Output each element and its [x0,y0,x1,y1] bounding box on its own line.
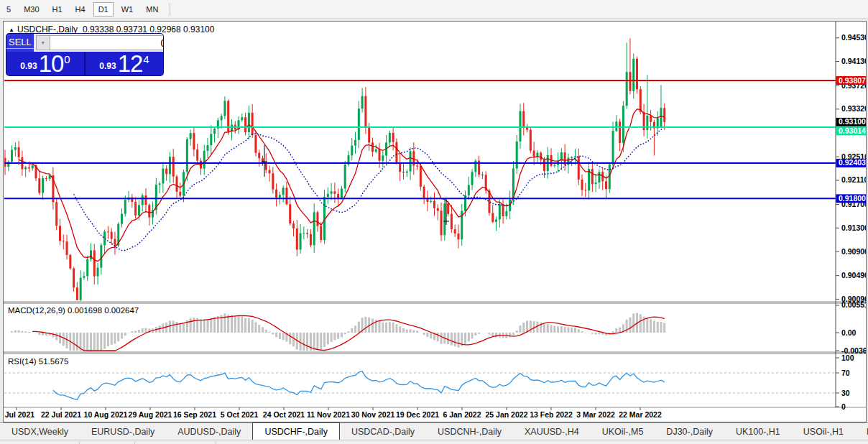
rsi-indicator-label: RSI(14) 51.5675 [8,357,68,366]
one-click-trade-panel: SELL ▼ ▲ BUY 0.93 10 0 0.93 [6,34,163,75]
status-divider [216,441,216,444]
sell-price-prefix: 0.93 [20,61,37,71]
timeframe-button-h4[interactable]: H4 [70,2,91,17]
volume-decrease-button[interactable]: ▼ [36,35,50,50]
rsi-line [53,371,665,400]
svg-text:24 Oct 2021: 24 Oct 2021 [263,410,305,419]
chart-window: 0.945300.941300.937200.933200.929200.925… [3,21,867,422]
svg-text:0: 0 [841,402,846,411]
svg-text:10 Aug 2021: 10 Aug 2021 [84,410,128,419]
status-strip [0,440,868,444]
macd-indicator-label: MACD(12,26,9) 0.001698 0.002647 [8,306,139,315]
svg-text:30: 30 [841,389,850,397]
tab-hk50-h1[interactable]: HK50-,H1 [855,423,868,440]
svg-text:0.93100: 0.93100 [839,117,866,126]
toolbar-divider [170,3,170,16]
timeframe-button-h1[interactable]: H1 [47,2,68,17]
svg-text:0.93807: 0.93807 [839,76,866,85]
svg-text:0.00: 0.00 [841,328,857,337]
svg-text:0.91800: 0.91800 [839,194,866,203]
ma-fast-line [19,109,665,262]
svg-text:0.90900: 0.90900 [841,247,866,256]
svg-text:0.92110: 0.92110 [841,175,866,184]
svg-text:5 Oct 2021: 5 Oct 2021 [221,410,259,419]
svg-text:0.94130: 0.94130 [841,57,866,65]
svg-text:11 Nov 2021: 11 Nov 2021 [307,410,350,419]
timeframe-button-d1[interactable]: D1 [93,2,114,17]
svg-text:19 Dec 2021: 19 Dec 2021 [396,410,439,419]
chart-canvas[interactable]: 0.945300.941300.937200.933200.929200.925… [4,22,866,422]
svg-text:0.005514: 0.005514 [841,300,866,309]
timeframe-button-5[interactable]: 5 [1,2,16,17]
down-arrow-icon: ▼ [40,40,45,45]
tab-uk100-h1[interactable]: UK100-,H1 [724,423,792,440]
timeframe-buttons: 5M30H1H4D1W1MN [0,2,165,17]
svg-text:30 Nov 2021: 30 Nov 2021 [351,410,395,419]
collapse-icon[interactable]: ▲ [9,27,14,33]
status-divider [134,441,135,444]
moving-averages [19,109,665,262]
tab-dj30-daily[interactable]: DJ30-,Daily [655,423,724,440]
macd-signal-line [32,315,665,351]
svg-text:0.92403: 0.92403 [839,158,866,167]
tab-xauusd-h4[interactable]: XAUUSD-,H4 [513,423,591,440]
symbol-tab-bar: USDX,WeeklyEURUSD-,DailyAUDUSD-,DailyUSD… [0,422,868,440]
timeframe-button-mn[interactable]: MN [141,2,163,17]
sell-price-big: 10 [39,54,64,74]
chart-ohlc-values: 0.93338 0.93731 0.92968 0.93100 [83,24,215,34]
tab-usdcad-daily[interactable]: USDCAD-,Daily [340,423,426,440]
sell-price-box[interactable]: 0.93 10 0 [6,52,84,75]
svg-text:0.91300: 0.91300 [841,223,866,232]
tab-usdcnh-daily[interactable]: USDCNH-,Daily [426,423,513,440]
buy-price-big: 12 [118,54,143,74]
timeframe-button-m30[interactable]: M30 [19,2,44,17]
chart-symbol-label: USDCHF-,Daily [17,24,78,34]
svg-text:22 Jul 2021: 22 Jul 2021 [41,410,81,419]
tab-usoil-h1[interactable]: USOil-,H1 [792,423,855,440]
tab-eurusd-daily[interactable]: EURUSD-,Daily [80,423,166,440]
svg-text:0.93320: 0.93320 [841,104,866,113]
svg-text:6 Jan 2022: 6 Jan 2022 [443,410,481,419]
rsi-pane [4,371,836,400]
buy-price-pip: 4 [143,55,149,64]
svg-text:16 Sep 2021: 16 Sep 2021 [173,410,216,419]
svg-text:0.94530: 0.94530 [841,33,866,42]
svg-text:13 Feb 2022: 13 Feb 2022 [530,410,573,419]
svg-text:22 Mar 2022: 22 Mar 2022 [619,410,662,419]
svg-text:0.93014: 0.93014 [839,126,866,135]
date-axis[interactable]: 4 Jul 202122 Jul 202110 Aug 202129 Aug 2… [4,407,662,419]
tab-usdchf-daily[interactable]: USDCHF-,Daily [252,422,340,440]
volume-spinner: ▼ ▲ [34,34,163,52]
volume-input[interactable] [50,35,163,50]
svg-text:3 Mar 2022: 3 Mar 2022 [576,410,615,419]
tab-ukoil-m5[interactable]: UKOil-,M5 [591,423,655,440]
sell-button-label: SELL [6,37,34,49]
svg-text:70: 70 [841,369,850,377]
candlesticks [4,38,666,307]
timeframe-button-w1[interactable]: W1 [116,2,139,17]
timeframe-toolbar: 5M30H1H4D1W1MN [0,0,868,19]
buy-price-prefix: 0.93 [99,61,116,71]
status-divider [79,441,80,444]
tab-audusd-daily[interactable]: AUDUSD-,Daily [166,423,252,440]
chart-title: ▲USDCHF-,Daily0.93338 0.93731 0.92968 0.… [9,24,214,34]
sell-price-pip: 0 [64,55,70,64]
macd-pane [12,313,665,351]
tab-usdx-weekly[interactable]: USDX,Weekly [0,423,80,440]
buy-price-box[interactable]: 0.93 12 4 [86,52,163,75]
svg-text:0.90490: 0.90490 [841,271,866,279]
svg-text:29 Aug 2021: 29 Aug 2021 [129,410,172,419]
svg-text:100: 100 [841,353,854,362]
svg-text:4 Jul 2021: 4 Jul 2021 [4,410,34,419]
sell-button[interactable]: SELL [6,34,34,52]
svg-text:25 Jan 2022: 25 Jan 2022 [486,410,528,419]
